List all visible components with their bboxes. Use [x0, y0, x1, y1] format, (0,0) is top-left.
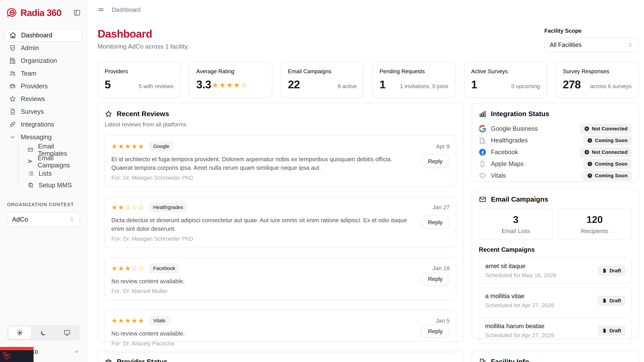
file-icon — [602, 328, 607, 333]
sidebar-item-email-campaigns[interactable]: Email Campaigns — [26, 156, 82, 168]
clipboard-check-icon — [28, 182, 34, 188]
review-stars: ★★★☆☆ — [111, 265, 145, 272]
panel-title: Email Campaigns — [491, 195, 548, 203]
sidebar-item-reviews[interactable]: Reviews — [5, 92, 82, 105]
reply-button[interactable]: Reply — [420, 272, 450, 285]
theme-system-button[interactable] — [56, 327, 78, 339]
moon-icon — [40, 329, 47, 336]
breadcrumb[interactable]: Dashboard — [112, 6, 140, 13]
facility-scope-select[interactable]: All Facilities — [544, 38, 639, 52]
review-text: Dicta delectus et deserunt adipisci cons… — [111, 216, 450, 233]
status-text: Draft — [610, 268, 621, 274]
integration-name: Google Business — [491, 125, 576, 132]
sidebar-item-team[interactable]: Team — [5, 67, 82, 80]
file-icon — [602, 298, 607, 303]
campaign-card: mollitia harum beatae Scheduled for Apr … — [479, 318, 632, 344]
stat-label: Email Campaigns — [288, 68, 357, 75]
building-gray-icon — [479, 137, 486, 144]
sidebar-item-label: Email Campaigns — [38, 155, 80, 169]
rating-stars: ★★★★☆ — [212, 81, 248, 91]
sidebar-collapse-icon[interactable] — [73, 9, 81, 16]
recent-reviews-panel: Recent Reviews Latest reviews from all p… — [98, 103, 464, 342]
reply-button[interactable]: Reply — [420, 216, 450, 229]
stat-note: across 6 surveys — [590, 83, 632, 91]
sidebar-item-messaging[interactable]: Messaging — [5, 131, 82, 143]
sidebar-item-surveys[interactable]: Surveys — [5, 105, 82, 118]
star-icon — [9, 95, 16, 102]
laravel-debugbar-toggle[interactable] — [0, 347, 34, 362]
campaign-name: a mollitia vitae — [485, 293, 554, 300]
draft-badge: Draft — [598, 296, 625, 306]
stat-card-email-campaigns: Email Campaigns 228 active — [281, 61, 364, 97]
review-text: No review content available. — [111, 329, 450, 338]
content: Dashboard Monitoring AdCo across 1 facil… — [87, 19, 644, 362]
campaign-name: mollitia harum beatae — [485, 323, 554, 330]
file-text-icon — [9, 108, 16, 115]
review-stars: ★★★★★ — [111, 142, 145, 150]
sidebar-item-setup-mms[interactable]: Setup MMS — [26, 179, 82, 191]
sidebar-item-admin[interactable]: Admin — [5, 41, 82, 54]
page-subtitle: Monitoring AdCo across 1 facility. — [98, 43, 189, 50]
users-group-icon — [9, 83, 16, 90]
panel-title: Facility Info — [491, 358, 529, 362]
status-text: Not Connected — [592, 126, 628, 132]
integration-row-apple-maps: Apple Maps Coming Soon — [479, 158, 632, 170]
review-card: ★★★☆☆ Facebook Jan 19 No review content … — [105, 257, 456, 300]
sidebar-item-dashboard[interactable]: Dashboard — [5, 29, 82, 41]
menu-icon[interactable] — [98, 6, 105, 13]
sidebar-item-email-templates[interactable]: Email Templates — [26, 144, 82, 156]
link-icon — [9, 121, 16, 128]
reply-button[interactable]: Reply — [420, 325, 450, 338]
sidebar-item-label: Organization — [21, 57, 57, 64]
review-date: Apr 9 — [436, 143, 450, 150]
sidebar-item-integrations[interactable]: Integrations — [5, 118, 82, 131]
platform-badge: Google — [149, 141, 174, 151]
sidebar-item-label: Messaging — [21, 134, 52, 141]
campaign-name: amet sit itaque — [485, 263, 556, 270]
recent-campaigns-label: Recent Campaigns — [479, 246, 632, 253]
organization-select[interactable]: AdCo — [7, 212, 80, 227]
stat-value: 3 — [513, 214, 518, 225]
sidebar-item-organization[interactable]: Organization — [5, 54, 82, 67]
chevrons-up-down-icon — [627, 42, 633, 48]
platform-badge: Healthgrades — [149, 202, 187, 212]
smartphone-icon — [479, 160, 486, 168]
send-icon — [28, 159, 33, 165]
panel-title: Recent Reviews — [117, 110, 169, 118]
review-date: Jan 5 — [436, 318, 450, 324]
review-provider: For: Dr. Maegan Schroeder PhD — [111, 174, 450, 181]
reply-button[interactable]: Reply — [420, 155, 450, 168]
topbar: Dashboard — [87, 0, 644, 19]
email-lists-stat: 3 Email Lists — [479, 208, 553, 240]
sidebar: Radia 360 Dashboard Admin Organization T… — [0, 0, 87, 362]
sidebar-item-lists[interactable]: Lists — [26, 168, 82, 179]
review-provider: For: Dr. Marisol Muller — [111, 288, 450, 294]
review-card: ★★☆☆☆ Healthgrades Jan 27 Dicta delectus… — [105, 196, 456, 248]
page-title-block: Dashboard Monitoring AdCo across 1 facil… — [98, 28, 189, 50]
messaging-subtree: Email Templates Email Campaigns Lists Se… — [18, 144, 82, 191]
theme-dark-button[interactable] — [32, 327, 55, 339]
integration-row-vitals: Vitals Coming Soon — [479, 170, 632, 182]
platform-badge: Vitals — [149, 316, 170, 326]
stat-value: 22 — [288, 78, 300, 91]
review-provider: For: Dr. Maegan Schroeder PhD — [111, 236, 450, 242]
stat-card-active-surveys: Active Surveys 10 upcoming — [464, 61, 547, 97]
platform-badge: Facebook — [149, 264, 179, 273]
panel-subtitle: Latest reviews from all platforms — [105, 121, 456, 128]
stat-card-average-rating: Average Rating 3.3★★★★☆ — [189, 61, 272, 97]
sidebar-item-label: Reviews — [21, 95, 45, 103]
chevron-down-icon — [74, 349, 80, 355]
review-stars: ★★☆☆☆ — [111, 203, 145, 211]
theme-light-button[interactable] — [8, 327, 31, 339]
google-icon — [479, 125, 486, 132]
facility-info-panel: Facility Info — [472, 351, 639, 362]
organization-context-label: ORGANIZATION CONTEXT — [7, 202, 80, 207]
draft-badge: Draft — [598, 266, 625, 276]
sidebar-nav: Dashboard Admin Organization Team Provid… — [5, 29, 82, 192]
integration-name: Vitals — [491, 172, 578, 179]
status-badge: Coming Soon — [583, 135, 632, 145]
circle-x-icon — [584, 149, 590, 155]
sidebar-item-providers[interactable]: Providers — [5, 80, 82, 92]
facility-scope-block: Facility Scope All Facilities — [544, 28, 639, 52]
status-badge: Coming Soon — [583, 159, 632, 169]
